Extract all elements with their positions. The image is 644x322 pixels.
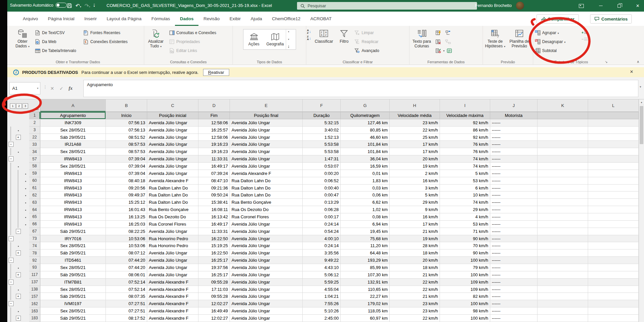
cell-F64[interactable]: 0:06:28 — [303, 206, 341, 213]
column-header-D[interactable]: D — [198, 99, 230, 112]
cell-D33[interactable]: 19:16:23 — [198, 141, 230, 148]
gallery-down-icon[interactable]: ▾ — [288, 38, 289, 41]
cell-B1[interactable]: Início — [106, 112, 147, 119]
cell-A2[interactable]: INK7309 — [40, 119, 106, 127]
cell-K117[interactable] — [537, 271, 588, 279]
cell-L22[interactable] — [588, 134, 639, 141]
cell-I163[interactable]: 98 km/h — [440, 307, 490, 315]
cell-K64[interactable] — [537, 206, 588, 213]
cell-A57[interactable]: IRW8413 — [40, 155, 106, 163]
cell-K66[interactable] — [537, 221, 588, 228]
cell-I34[interactable]: 76 km/h — [440, 148, 490, 155]
cell-J117[interactable]: ------ — [490, 271, 537, 279]
cell-J64[interactable]: ------ — [490, 206, 537, 213]
row-header-183[interactable]: 183 — [29, 315, 40, 322]
row-header-2[interactable]: 2 — [29, 119, 40, 127]
cell-C93[interactable]: Avenida Júlio Ungar — [147, 264, 198, 271]
cell-L162[interactable] — [588, 300, 639, 307]
cell-B162[interactable]: 07:27:51 — [106, 300, 147, 307]
cell-H67[interactable]: 21 km/h — [390, 228, 440, 235]
cell-C157[interactable]: Avenida Alexandre F — [147, 293, 198, 300]
cell-A64[interactable]: IRW8413 — [40, 206, 106, 213]
close-button[interactable]: ✕ — [630, 0, 644, 12]
cell-G3[interactable]: 80,85 km — [341, 127, 390, 134]
cell-A66[interactable]: IRW8413 — [40, 221, 106, 228]
cell-K33[interactable] — [537, 141, 588, 148]
dialog-launcher-icon[interactable]: ↘ — [605, 60, 608, 64]
cell-A78[interactable]: Sáb 29/05/21 — [40, 249, 106, 257]
cell-L138[interactable] — [588, 286, 639, 293]
row-header-162[interactable]: 162 — [29, 300, 40, 307]
cell-E183[interactable]: Avenida Júlio Ungar — [230, 315, 303, 322]
collapse-group-button[interactable]: − — [9, 156, 14, 161]
cell-F73[interactable]: 4:00:10 — [303, 235, 341, 242]
cell-B62[interactable]: 09:49:37 — [106, 191, 147, 199]
row-header-67[interactable]: 67 — [29, 228, 40, 235]
cell-G74[interactable]: 11,20 km — [341, 242, 390, 249]
cell-L67[interactable] — [588, 228, 639, 235]
validation-dropdown-icon[interactable]: ▾ — [443, 49, 445, 52]
cell-E22[interactable]: Avenida Júlio Ungar — [230, 134, 303, 141]
cell-J1[interactable]: Motorista — [490, 112, 537, 119]
cell-E63[interactable]: Rua Bento Gonçalve — [230, 199, 303, 206]
cell-E61[interactable]: Rua Dalton Lahn Do — [230, 185, 303, 192]
cell-A93[interactable]: Sex 28/05/21 — [40, 264, 106, 271]
cell-L78[interactable] — [588, 249, 639, 257]
cell-B138[interactable]: 07:52:14 — [106, 286, 147, 293]
cell-K92[interactable] — [537, 257, 588, 264]
cell-J163[interactable]: ------ — [490, 307, 537, 315]
cell-L58[interactable] — [588, 163, 639, 170]
cell-F33[interactable]: 5:53:58 — [303, 141, 341, 148]
recent-sources-button[interactable]: Fontes Recentes — [81, 29, 138, 37]
cell-I73[interactable]: 90 km/h — [440, 235, 490, 242]
manage-data-model-icon[interactable] — [447, 48, 452, 53]
cell-F58[interactable]: 0:53:07 — [303, 163, 341, 170]
cell-A65[interactable]: IRW8413 — [40, 213, 106, 221]
cell-J93[interactable]: ------ — [490, 264, 537, 271]
cell-D34[interactable]: 19:16:23 — [198, 148, 230, 155]
cell-I67[interactable]: 71 km/h — [440, 228, 490, 235]
cell-H57[interactable]: 20 km/h — [390, 155, 440, 163]
cell-K1[interactable] — [537, 112, 588, 119]
cell-C64[interactable]: Rua Bento Gonçalve — [147, 206, 198, 213]
edit-links-button[interactable]: Editar Links — [167, 47, 227, 55]
collapse-group-button[interactable]: − — [16, 229, 21, 234]
cell-A92[interactable]: ITD5461 — [40, 257, 106, 264]
cell-H1[interactable]: Velocidade média — [390, 112, 440, 119]
cell-D61[interactable]: 09:21:36 — [198, 185, 230, 192]
text-to-columns-button[interactable]: Texto para Colunas — [409, 27, 434, 58]
cell-H137[interactable]: 22 km/h — [390, 279, 440, 286]
column-header-I[interactable]: I — [440, 99, 490, 112]
column-header-C[interactable]: C — [147, 99, 198, 112]
cell-C58[interactable]: Avenida Júlio Ungar — [147, 163, 198, 170]
cell-H74[interactable]: 28 km/h — [390, 242, 440, 249]
cell-D67[interactable]: 11:33:31 — [198, 228, 230, 235]
cell-D58[interactable]: 16:49:17 — [198, 163, 230, 170]
cell-A157[interactable]: Sáb 29/05/21 — [40, 293, 106, 300]
cell-C73[interactable]: Rua Honorino Pedro — [147, 235, 198, 242]
cell-C22[interactable]: Avenida Júlio Ungar — [147, 134, 198, 141]
row-header-61[interactable]: 61 — [29, 185, 40, 192]
cell-F157[interactable]: 1:04:21 — [303, 293, 341, 300]
cell-D3[interactable]: 16:25:57 — [198, 127, 230, 134]
tab-exibir[interactable]: Exibir — [225, 12, 246, 26]
tab-dados[interactable]: Dados — [175, 12, 198, 26]
tab-fórmulas[interactable]: Fórmulas — [147, 12, 175, 26]
scrollbar-thumb[interactable] — [640, 106, 643, 144]
cell-D163[interactable]: 16:49:49 — [198, 307, 230, 315]
confirm-entry-icon[interactable]: ✓ — [60, 86, 64, 91]
cell-E163[interactable]: Avenida Júlio Ungar — [230, 307, 303, 315]
expand-group-button[interactable]: + — [16, 250, 21, 255]
expand-group-button[interactable]: + — [16, 272, 21, 277]
cell-B157[interactable]: 08:07:35 — [106, 293, 147, 300]
gallery-more-icon[interactable]: ▾ — [288, 46, 289, 49]
get-data-button[interactable]: Obter Dados — [12, 27, 33, 58]
cell-I137[interactable]: 109 km/h — [440, 279, 490, 286]
cell-I64[interactable]: 29 km/h — [440, 206, 490, 213]
avatar[interactable] — [516, 1, 524, 10]
cell-G117[interactable]: 107,30 km — [341, 271, 390, 279]
cell-G78[interactable]: 64,48 km — [341, 249, 390, 257]
subtotal-button[interactable]: ++Subtotal — [533, 47, 580, 55]
cell-L3[interactable] — [588, 127, 639, 134]
cell-E59[interactable]: Avenida Alexandre F — [230, 170, 303, 177]
